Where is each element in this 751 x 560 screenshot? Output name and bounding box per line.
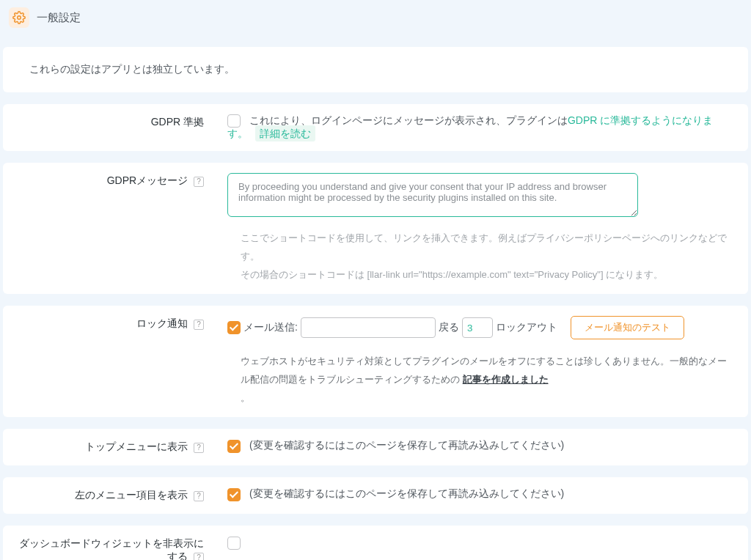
lockout-count-input[interactable]: [462, 317, 493, 338]
svg-point-0: [18, 16, 21, 20]
gdpr-checkbox[interactable]: [227, 114, 241, 128]
setting-left-menu: 左のメニュー項目を表示 ? (変更を確認するにはこのページを保存して再読み込みし…: [3, 477, 748, 514]
help-icon[interactable]: ?: [194, 320, 204, 330]
lock-notify-help: ウェブホストがセキュリティ対策としてプラグインのメールをオフにすることは珍しくあ…: [227, 353, 733, 407]
top-menu-checkbox[interactable]: [227, 440, 241, 453]
test-email-button[interactable]: メール通知のテスト: [571, 316, 684, 339]
setting-top-menu: トップメニューに表示 ? (変更を確認するにはこのページを保存して再読み込みして…: [3, 429, 748, 465]
intro-card: これらの設定はアプリとは独立しています。: [3, 47, 748, 92]
setting-hide-widget: ダッシュボードウィジェットを非表示にする ?: [3, 526, 748, 560]
send-email-checkbox[interactable]: [227, 321, 241, 334]
save-hint: (変更を確認するにはこのページを保存して再読み込みしてください): [249, 440, 564, 452]
gdpr-read-more-link[interactable]: 詳細を読む: [255, 125, 315, 141]
help-icon[interactable]: ?: [194, 177, 204, 187]
left-menu-checkbox[interactable]: [227, 488, 241, 501]
intro-text: これらの設定はアプリとは独立しています。: [29, 63, 235, 75]
lockout-label: ロックアウト: [496, 321, 557, 334]
hide-widget-checkbox[interactable]: [227, 537, 241, 550]
email-input[interactable]: [301, 317, 436, 338]
label-gdpr-message: GDPRメッセージ: [107, 174, 188, 186]
help-icon[interactable]: ?: [194, 443, 204, 453]
label-hide-widget: ダッシュボードウィジェットを非表示にする: [19, 537, 204, 560]
troubleshooting-article-link[interactable]: 記事を作成しました: [463, 374, 549, 385]
label-top-menu: トップメニューに表示: [85, 441, 188, 452]
setting-lock-notify: ロック通知 ? メール送信: 戻る ロックアウト メール通知のテスト ウェブホス…: [3, 306, 748, 417]
label-lock-notify: ロック通知: [136, 317, 188, 329]
save-hint: (変更を確認するにはこのページを保存して再読み込みしてください): [249, 488, 564, 500]
settings-icon: [9, 7, 29, 28]
gdpr-message-help: ここでショートコードを使用して、リンクを挿入できます。例えばプライバシーポリシー…: [227, 229, 733, 284]
after-every-label: 戻る: [439, 321, 459, 334]
gdpr-desc: これにより、ログインページにメッセージが表示され、プラグインは: [249, 114, 568, 126]
gdpr-message-textarea[interactable]: By proceeding you understand and give yo…: [227, 173, 638, 217]
help-icon[interactable]: ?: [194, 553, 204, 560]
setting-gdpr: GDPR 準拠 これにより、ログインページにメッセージが表示され、プラグインはG…: [3, 104, 748, 151]
label-left-menu: 左のメニュー項目を表示: [75, 489, 188, 501]
page-header: 一般設定: [0, 0, 751, 34]
send-email-label: メール送信:: [243, 321, 298, 334]
setting-gdpr-message: GDPRメッセージ ? By proceeding you understand…: [3, 163, 748, 294]
label-gdpr: GDPR 準拠: [3, 104, 221, 151]
page-title: 一般設定: [37, 11, 81, 25]
help-icon[interactable]: ?: [194, 491, 204, 501]
